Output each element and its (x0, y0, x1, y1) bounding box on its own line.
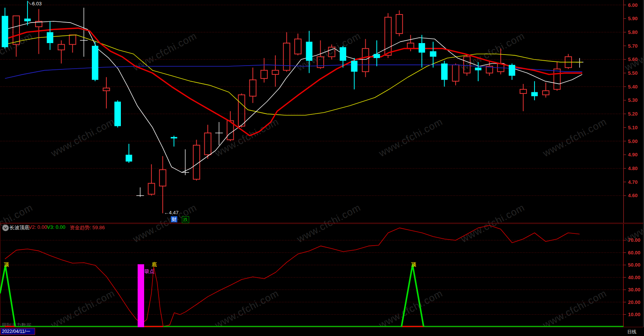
up-candle (69, 35, 76, 45)
up-candle (272, 70, 279, 74)
down-candle (2, 16, 8, 47)
indicator-title: 长波顶底 (10, 224, 29, 231)
high-price-annotation: 6.03 (32, 1, 42, 6)
period-label[interactable]: 日线 (627, 329, 636, 335)
high-pointer (28, 2, 32, 4)
main-axis-label: 5.00 (628, 138, 638, 144)
main-axis-label: 5.20 (628, 111, 638, 117)
down-candle (441, 64, 448, 80)
indicator-v3-value: V3: 0.00 (47, 224, 65, 230)
stock-chart-window: www.cfchi.comwww.cfchi.comwww.cfchi.comw… (0, 0, 644, 336)
chart-canvas[interactable]: 6.005.905.805.705.605.505.405.305.205.10… (0, 0, 644, 336)
top-signal-label: 顶 (4, 261, 9, 268)
ma-blue (5, 65, 582, 79)
absorb-signal-bar (138, 264, 144, 327)
up-candle (261, 70, 267, 78)
up-candle (238, 95, 245, 126)
up-candle (464, 57, 470, 73)
ma-red (5, 28, 582, 136)
ma-yellow (5, 35, 582, 116)
main-axis-label: 4.80 (628, 166, 638, 171)
indicator-axis-label: 30.00 (628, 287, 641, 293)
indicator-axis-label: 10.00 (628, 312, 641, 317)
up-candle (204, 133, 211, 155)
indicator-axis-label: 70.00 (628, 237, 641, 243)
chevron-down-circle-icon[interactable] (2, 224, 9, 232)
status-bar: 2022/04/11/一 日线 (0, 327, 644, 336)
top-signal-spike (0, 265, 15, 326)
up-candle (159, 170, 166, 186)
up-candle (295, 39, 301, 54)
main-axis-label: 6.00 (628, 2, 638, 8)
up-candle (250, 80, 256, 96)
up-candle (58, 45, 64, 50)
fund-trend-line (5, 225, 580, 326)
down-candle (340, 47, 346, 61)
down-candle (114, 101, 121, 126)
low-price-annotation: ←4.47 (164, 210, 178, 215)
up-candle (283, 43, 290, 70)
up-candle (103, 88, 109, 91)
down-candle (531, 92, 538, 96)
indicator-trend-value: 资金趋势: 59.86 (70, 224, 105, 231)
cai-signal-badge: 财 (171, 216, 177, 222)
down-candle (171, 137, 177, 138)
main-axis-label: 5.40 (628, 84, 638, 90)
main-axis-label: 5.70 (628, 43, 638, 49)
down-candle (306, 42, 312, 61)
absorb-point-label: 吸点 (145, 268, 154, 275)
main-axis-label: 5.50 (628, 70, 638, 76)
down-candle (419, 43, 425, 53)
up-candle (554, 69, 560, 90)
down-candle (430, 51, 436, 56)
top-signal-label: 顶 (411, 261, 416, 268)
down-candle (126, 155, 132, 162)
indicator-panel-border (0, 224, 623, 327)
up-candle (520, 89, 527, 93)
up-candle (396, 14, 403, 34)
down-candle (92, 46, 98, 80)
ma-white (5, 21, 582, 172)
date-box[interactable]: 2022/04/11/一 (0, 328, 35, 335)
indicator-v2-value: V2: 0.00 (29, 224, 47, 230)
main-axis-label: 5.30 (628, 97, 638, 103)
bottom-signal-label: 底 (152, 261, 157, 268)
down-candle (24, 19, 31, 21)
indicator-axis-label: 60.00 (628, 250, 641, 256)
main-axis-label: 4.70 (628, 179, 638, 185)
down-candle (374, 54, 380, 58)
down-candle (47, 32, 53, 43)
up-candle (453, 65, 459, 81)
down-candle (509, 65, 515, 76)
main-axis-label: 5.80 (628, 29, 638, 35)
main-axis-label: 5.60 (628, 56, 638, 62)
indicator-axis-label: 50.00 (628, 262, 641, 268)
up-candle (148, 183, 155, 195)
main-axis-label: 4.90 (628, 152, 638, 158)
die-signal-badge: 跌 (182, 216, 189, 223)
down-candle (351, 61, 358, 72)
down-candle (475, 68, 482, 70)
main-axis-label: 5.10 (628, 125, 638, 130)
up-candle (385, 17, 391, 55)
up-candle (13, 16, 19, 45)
indicator-axis-label: 20.00 (628, 299, 641, 305)
main-axis-label: 4.60 (628, 193, 638, 198)
indicator-axis-label: 40.00 (628, 275, 641, 280)
up-candle (362, 48, 369, 72)
up-candle (407, 43, 414, 48)
top-signal-spike (401, 265, 424, 326)
up-candle (543, 91, 549, 95)
main-axis-label: 5.90 (628, 16, 638, 21)
